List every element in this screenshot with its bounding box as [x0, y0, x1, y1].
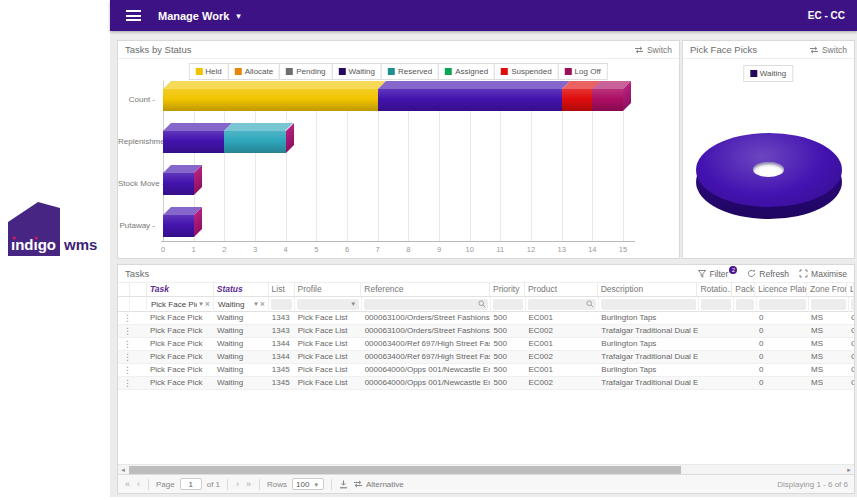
filter-input[interactable]: [851, 299, 854, 310]
filter-cell-list[interactable]: [269, 297, 295, 312]
clear-filter-icon[interactable]: ×: [260, 299, 265, 309]
row-menu-cell[interactable]: ⋮: [118, 364, 130, 376]
filter-cell-rotation[interactable]: [699, 297, 734, 312]
bar-segment-held[interactable]: [163, 89, 378, 111]
filter-input[interactable]: [364, 299, 488, 310]
refresh-button[interactable]: Refresh: [747, 269, 789, 279]
filter-cell-description[interactable]: [599, 297, 699, 312]
bar-segment-waiting[interactable]: [163, 215, 194, 237]
filter-cell-pack[interactable]: [734, 297, 757, 312]
clear-filter-icon[interactable]: ×: [205, 299, 210, 309]
table-row[interactable]: ⋮Pick Face PickWaiting1344Pick Face List…: [118, 351, 854, 364]
last-page-button[interactable]: »: [245, 479, 252, 489]
tasks-toolbar: Filter 2 Refresh Maximise: [698, 269, 847, 279]
first-page-button[interactable]: «: [124, 479, 131, 489]
rows-per-page-select[interactable]: 100 ▾: [292, 478, 324, 490]
filter-input[interactable]: ▾: [297, 299, 359, 310]
row-menu-cell[interactable]: ⋮: [118, 351, 130, 363]
row-menu-icon[interactable]: ⋮: [121, 352, 130, 362]
bar-segment-waiting[interactable]: [378, 89, 562, 111]
filter-cell-profile[interactable]: ▾: [295, 297, 362, 312]
filter-cell-l[interactable]: [849, 297, 854, 312]
cell-zone_from: MS: [808, 364, 848, 376]
bar-segment-waiting[interactable]: [163, 173, 194, 195]
switch-chart-button[interactable]: Switch: [809, 45, 847, 55]
filter-input[interactable]: [528, 299, 596, 310]
chevron-down-icon: ▾: [314, 479, 318, 490]
filter-cell-status[interactable]: Waiting▾×: [214, 297, 269, 312]
chevron-down-icon[interactable]: ▾: [199, 300, 203, 308]
scroll-right-icon[interactable]: ▸: [844, 465, 854, 474]
maximise-icon: [799, 269, 808, 278]
row-menu-cell[interactable]: ⋮: [118, 377, 130, 389]
filter-input[interactable]: [759, 299, 806, 310]
row-menu-cell[interactable]: ⋮: [118, 325, 130, 337]
chevron-down-icon[interactable]: ▾: [351, 300, 355, 308]
row-menu-icon[interactable]: ⋮: [121, 313, 130, 323]
column-header-licence_plate[interactable]: Licence Plate: [755, 282, 807, 296]
cell-zone_from: MS: [808, 338, 848, 350]
row-menu-cell[interactable]: ⋮: [118, 338, 130, 350]
cell-pack: [733, 351, 756, 363]
column-header-reference[interactable]: Reference: [361, 282, 490, 296]
chevron-down-icon[interactable]: ▾: [236, 11, 241, 21]
column-header-l[interactable]: L: [847, 282, 854, 296]
download-button[interactable]: [339, 480, 348, 489]
filter-button[interactable]: Filter 2: [698, 269, 737, 279]
page-title[interactable]: Manage Work: [158, 10, 229, 22]
menu-icon[interactable]: [126, 10, 141, 21]
filter-input[interactable]: [811, 299, 846, 310]
filter-input[interactable]: [736, 299, 754, 310]
table-row[interactable]: ⋮Pick Face PickWaiting1344Pick Face List…: [118, 338, 854, 351]
filter-cell-task[interactable]: Pick Face Pick▾×: [147, 297, 214, 312]
column-header-profile[interactable]: Profile: [295, 282, 362, 296]
table-row[interactable]: ⋮Pick Face PickWaiting1345Pick Face List…: [118, 364, 854, 377]
table-row[interactable]: ⋮Pick Face PickWaiting1345Pick Face List…: [118, 377, 854, 390]
filter-input[interactable]: [271, 299, 292, 310]
row-menu-icon[interactable]: ⋮: [121, 326, 130, 336]
row-menu-cell[interactable]: ⋮: [118, 312, 130, 324]
legend-item-waiting[interactable]: Waiting: [743, 65, 793, 82]
horizontal-scrollbar[interactable]: ◂ ▸: [118, 464, 854, 474]
bar-segment-waiting[interactable]: [163, 131, 224, 153]
bar-segment-log-off[interactable]: [592, 89, 623, 111]
cell-status: Waiting: [214, 325, 269, 337]
scrollbar-thumb[interactable]: [129, 466, 681, 474]
column-header-product[interactable]: Product: [525, 282, 598, 296]
column-header-description[interactable]: Description: [598, 282, 698, 296]
filter-cell-product[interactable]: [526, 297, 599, 312]
column-header-task[interactable]: Task: [147, 282, 214, 296]
table-row[interactable]: ⋮Pick Face PickWaiting1343Pick Face List…: [118, 312, 854, 325]
prev-page-button[interactable]: ‹: [136, 479, 141, 489]
column-header-pack[interactable]: Pack: [732, 282, 755, 296]
filter-cell-priority[interactable]: [491, 297, 526, 312]
x-tick-label: 1: [184, 245, 204, 254]
scroll-left-icon[interactable]: ◂: [118, 465, 128, 474]
bar-segment-reserved[interactable]: [224, 131, 285, 153]
column-header-list[interactable]: List: [269, 282, 295, 296]
row-menu-icon[interactable]: ⋮: [121, 339, 130, 349]
table-row[interactable]: ⋮Pick Face PickWaiting1343Pick Face List…: [118, 325, 854, 338]
chevron-down-icon[interactable]: ▾: [254, 300, 258, 308]
alternative-view-button[interactable]: Alternative: [353, 480, 404, 489]
row-menu-icon[interactable]: ⋮: [121, 378, 130, 388]
page-input[interactable]: 1: [180, 478, 202, 490]
filter-cell-reference[interactable]: [362, 297, 491, 312]
filter-input[interactable]: [701, 299, 731, 310]
site-label[interactable]: EC - CC: [808, 10, 845, 21]
row-menu-icon[interactable]: ⋮: [121, 365, 130, 375]
next-page-button[interactable]: ›: [235, 479, 240, 489]
column-header-priority[interactable]: Priority: [490, 282, 525, 296]
column-header-rotation[interactable]: Rotatio...: [697, 282, 732, 296]
column-header-zone_from[interactable]: Zone From: [807, 282, 847, 296]
filter-input[interactable]: [601, 299, 696, 310]
bar-segment-suspended[interactable]: [562, 89, 593, 111]
maximise-button[interactable]: Maximise: [799, 269, 847, 279]
cell-l: C: [848, 338, 854, 350]
column-header-status[interactable]: Status: [214, 282, 269, 296]
refresh-label: Refresh: [759, 269, 789, 279]
filter-cell-licence_plate[interactable]: [757, 297, 809, 312]
pick-face-picks-panel: Pick Face Picks Switch Waiting: [682, 40, 855, 259]
filter-input[interactable]: [493, 299, 523, 310]
filter-cell-zone_from[interactable]: [809, 297, 849, 312]
